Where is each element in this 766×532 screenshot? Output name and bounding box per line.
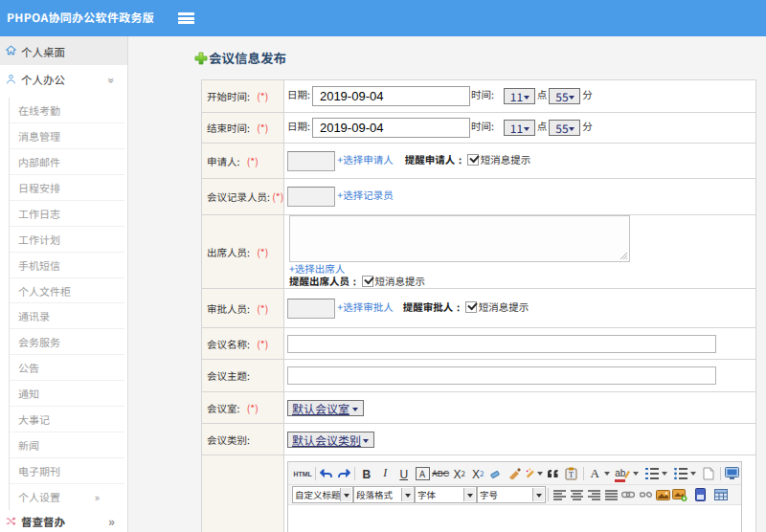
svg-text:T: T [569,471,574,479]
